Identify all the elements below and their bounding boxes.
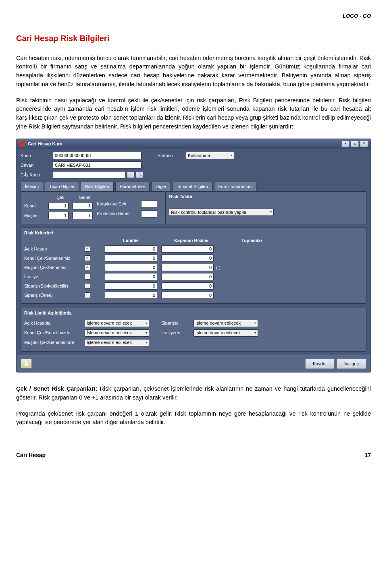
risk-kontrol-select[interactable]: Risk kontrolü toplamlar bazında yapıla ▾ <box>169 209 274 216</box>
window-body: Kodu Statüsü Kullanımda ▾ Ünvanı E-İş Ko… <box>17 149 370 355</box>
risk-limit-row: Müşteri Çek/Senetlerindeİşleme devam edi… <box>24 339 363 346</box>
rk-kapanan-input[interactable] <box>161 264 214 271</box>
tab-teminat[interactable]: Teminat Bilgileri <box>173 182 212 191</box>
risk-kriterleri-panel: Risk Kriterleri Limitler Kapanan Riskler… <box>21 228 366 304</box>
titlebar: Cari Hesap Kartı ▾ ▴ ✕ <box>17 139 370 149</box>
rk-kapanan-input[interactable] <box>161 255 214 262</box>
rk-label: Müşteri Çek/Senetleri <box>24 264 85 271</box>
kodu-label: Kodu <box>21 152 53 159</box>
rk-label: İrsaliye <box>24 273 85 280</box>
page-footer: Cari Hesap 17 <box>16 451 371 460</box>
kendi-cek-input[interactable] <box>48 202 69 209</box>
tab-diger[interactable]: Diğer <box>151 182 171 191</box>
rk-kapanan-input[interactable] <box>161 292 214 299</box>
risk-limiti-panel: Risk Limiti Aşıldığında Açık Hesaptaİşle… <box>21 308 366 352</box>
tab-parametreler[interactable]: Parametreler <box>115 182 150 191</box>
cek-header: Çek <box>48 194 73 201</box>
risk-kriter-row: İrsaliye <box>24 273 363 280</box>
footer-left: Cari Hesap <box>16 451 292 460</box>
rk-checkbox[interactable] <box>85 283 90 289</box>
rl-label-1: Açık Hesapta <box>24 320 85 327</box>
rk-checkbox[interactable]: ✓ <box>85 265 90 270</box>
tab-risk-bilgileri[interactable]: Risk Bilgileri <box>81 182 114 191</box>
rk-checkbox[interactable] <box>85 274 90 280</box>
app-icon <box>19 141 25 147</box>
protestolu-input[interactable] <box>141 210 157 217</box>
tab-bar: İletişim Ticari Bilgiler Risk Bilgileri … <box>21 182 366 191</box>
statusu-select[interactable]: Kullanımda ▾ <box>186 152 234 159</box>
rl-select-2[interactable]: İşleme devam edilecek▾ <box>194 320 258 327</box>
risk-kriter-row: Sipariş (Sevkedilebilir) <box>24 282 363 290</box>
risk-kriter-row: Açık Hesap✓ <box>24 245 363 253</box>
maximize-button[interactable]: ▴ <box>351 141 359 147</box>
risk-limit-row: Kendi Çek/Senetimizdeİşleme devam edilec… <box>24 329 363 337</box>
paragraph-4: Programda çek/senet risk çarpanı öndeğer… <box>16 410 371 427</box>
tab-ticari[interactable]: Ticari Bilgiler <box>45 182 79 191</box>
eis-helper-2[interactable]: 🔍 <box>136 172 143 178</box>
chevron-down-icon: ▾ <box>270 210 272 215</box>
musteri-senet-input[interactable] <box>73 212 93 219</box>
chevron-down-icon: ▾ <box>146 321 147 326</box>
statusu-value: Kullanımda <box>188 152 210 159</box>
risk-kriter-row: Müşteri Çek/Senetleri✓(-) <box>24 264 363 271</box>
senet-header: Senet <box>73 194 97 201</box>
kodu-input[interactable] <box>53 152 141 159</box>
window-title: Cari Hesap Kartı <box>28 141 340 147</box>
rl-select-1[interactable]: İşleme devam edilecek▾ <box>85 320 149 327</box>
tab-iletisim[interactable]: İletişim <box>21 182 43 191</box>
unvani-input[interactable] <box>53 161 141 169</box>
chevron-down-icon: ▾ <box>254 321 256 326</box>
p3-bold: Çek / Senet Risk Çarpanları: <box>16 385 97 392</box>
kapanan-header: Kapanan Riskler <box>161 237 222 244</box>
rk-limit-input[interactable] <box>105 255 157 262</box>
rk-kapanan-input[interactable] <box>161 282 214 290</box>
rk-checkbox[interactable]: ✓ <box>85 255 90 261</box>
kaydet-button[interactable]: Kaydet <box>305 358 334 369</box>
rk-kapanan-input[interactable] <box>161 245 214 253</box>
karsiliksiz-input[interactable] <box>141 201 157 208</box>
statusu-label: Statüsü <box>158 152 186 159</box>
chevron-down-icon: ▾ <box>146 340 147 345</box>
rl-label-1: Kendi Çek/Senetimizde <box>24 329 85 336</box>
page-title: Cari Hesap Risk Bilgileri <box>16 32 371 44</box>
risk-takibi-panel: Risk Takibi Risk kontrolü toplamlar bazı… <box>166 191 366 225</box>
rk-limit-input[interactable] <box>105 273 157 280</box>
cek-senet-panel: Çek Senet Kendi Müşteri <box>21 191 166 225</box>
rl-select-1[interactable]: İşleme devam edilecek▾ <box>85 329 149 337</box>
kendi-senet-input[interactable] <box>73 202 93 209</box>
eis-input[interactable] <box>53 171 125 178</box>
minimize-button[interactable]: ▾ <box>341 141 350 147</box>
rl-label-2: Siparişte <box>161 320 194 327</box>
rk-limit-input[interactable] <box>105 245 157 253</box>
tab-form-tasarimlari[interactable]: Form Tasarımları <box>214 182 256 191</box>
rl-select-1[interactable]: İşleme devam edilecek▾ <box>85 339 149 346</box>
paragraph-2: Risk takibinin nasıl yapılacağı ve kontr… <box>16 96 371 131</box>
chevron-down-icon: ▾ <box>231 153 232 158</box>
eis-label: E-İş Kodu <box>21 172 53 178</box>
rl-select-2[interactable]: İşleme devam edilecek▾ <box>194 329 258 337</box>
risk-kontrol-value: Risk kontrolü toplamlar bazında yapıla <box>171 209 246 216</box>
kendi-label: Kendi <box>24 203 48 209</box>
rk-checkbox[interactable]: ✓ <box>85 246 90 252</box>
chevron-down-icon: ▾ <box>254 331 256 335</box>
close-button[interactable]: ✕ <box>360 141 368 147</box>
chevron-down-icon: ▾ <box>146 331 147 335</box>
eis-helper-1[interactable]: ⋯ <box>127 172 134 178</box>
musteri-cek-input[interactable] <box>48 212 69 219</box>
unvani-label: Ünvanı <box>21 162 53 169</box>
vazgec-button[interactable]: Vazgeç <box>337 358 366 369</box>
rl-label-2: İrsaliyede <box>161 329 194 336</box>
rk-limit-input[interactable] <box>105 264 157 271</box>
rk-kapanan-input[interactable] <box>161 273 214 280</box>
rk-checkbox[interactable] <box>85 292 90 298</box>
cari-hesap-window: Cari Hesap Kartı ▾ ▴ ✕ Kodu Statüsü Kull… <box>16 139 371 373</box>
protestolu-label: Protestolu Senet <box>97 210 141 217</box>
karsiliksiz-label: Karşılıksız Çek <box>97 201 141 207</box>
risk-limiti-title: Risk Limiti Aşıldığında <box>24 310 363 317</box>
notes-icon[interactable]: 📄 <box>21 359 32 369</box>
rk-limit-input[interactable] <box>105 282 157 290</box>
risk-kriter-row: Sipariş (Öneri) <box>24 292 363 299</box>
rk-label: Kendi Çek/Senetlerimiz <box>24 255 85 262</box>
rk-limit-input[interactable] <box>105 292 157 299</box>
footer-page-number: 17 <box>364 451 371 460</box>
